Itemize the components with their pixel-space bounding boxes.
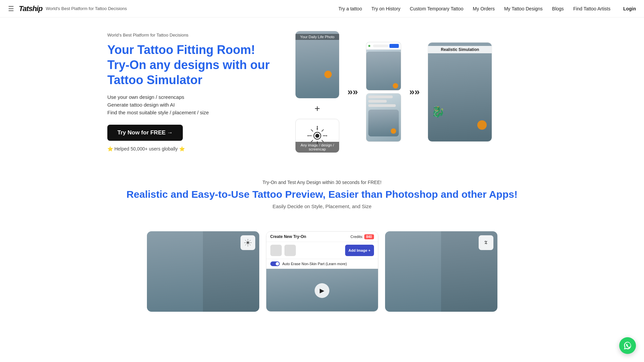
arrow-icon-2: »» bbox=[409, 86, 420, 97]
credits-label: Credits: 840 bbox=[351, 235, 374, 239]
logo-text: Tatship bbox=[19, 4, 42, 13]
toggle-label: Auto Erase Non-Skin Part (Learn more) bbox=[282, 262, 347, 266]
nav-try-a-tattoo[interactable]: Try a tattoo bbox=[338, 6, 362, 11]
nav-my-tattoo-designs[interactable]: My Tattoo Designs bbox=[504, 6, 543, 11]
preview-before-3 bbox=[385, 231, 441, 312]
hero-result-card: 🐉 Realistic Simulation bbox=[428, 42, 492, 142]
preview-main-image: ▶ bbox=[266, 269, 378, 312]
preview-toggle-row: Auto Erase Non-Skin Part (Learn more) bbox=[266, 259, 378, 269]
hero-social-proof: ⭐ Helped 50,000+ users globally ⭐ bbox=[107, 146, 275, 152]
create-try-on-label: Create New Try-On bbox=[270, 234, 306, 239]
svg-point-12 bbox=[317, 126, 318, 127]
hero-arrow-2: »» bbox=[408, 86, 421, 97]
hero-photo-card: Your Daily Life Photo bbox=[295, 31, 339, 99]
phone-ui-bar bbox=[366, 42, 401, 50]
preview-ui-top: Create New Try-On Credits: 840 bbox=[266, 232, 378, 242]
hero-bullets: Use your own design / screencaps Generat… bbox=[107, 94, 275, 115]
hero-bullet-2: Generate tattoo design with AI bbox=[107, 102, 275, 108]
hero-phone-top bbox=[366, 42, 401, 90]
svg-line-22 bbox=[245, 240, 246, 241]
hero-col-1: Your Daily Life Photo + bbox=[295, 31, 339, 153]
svg-line-8 bbox=[322, 129, 324, 131]
credits-text: Credits: bbox=[351, 235, 363, 239]
nav-try-on-history[interactable]: Try on History bbox=[371, 6, 400, 11]
preview-thumbs: Add Image + bbox=[266, 242, 378, 259]
login-button[interactable]: Login bbox=[623, 6, 636, 11]
svg-line-24 bbox=[250, 240, 251, 241]
hero-title: Your Tattoo Fitting Room! Try-On any des… bbox=[107, 42, 275, 87]
section2: Try-On and Test Any Design within 30 sec… bbox=[0, 163, 644, 231]
preview-icon-3: 𝔗 bbox=[479, 235, 493, 250]
hero-col-3: 🐉 Realistic Simulation bbox=[428, 42, 492, 142]
preview-card-1 bbox=[147, 231, 259, 312]
hero-section: World's Best Platform for Tattoo Decisio… bbox=[87, 17, 557, 163]
phone-person-top bbox=[366, 52, 401, 90]
svg-line-25 bbox=[245, 244, 246, 245]
nav-custom-temporary-tattoo[interactable]: Custom Temporary Tattoo bbox=[410, 6, 464, 11]
preview-row: Create New Try-On Credits: 840 Add Image… bbox=[0, 231, 644, 325]
svg-point-14 bbox=[308, 135, 309, 136]
logo[interactable]: Tatship bbox=[19, 4, 42, 13]
preview-icon-1 bbox=[240, 235, 255, 250]
decorative-dot bbox=[324, 71, 332, 78]
thumb-1 bbox=[270, 245, 282, 256]
hero-bullet-3: Find the most suitable style / placement… bbox=[107, 110, 275, 115]
credits-value: 840 bbox=[364, 234, 374, 239]
play-button[interactable]: ▶ bbox=[315, 283, 329, 298]
section2-desc: Easily Decide on Style, Placement, and S… bbox=[7, 203, 637, 209]
add-image-button[interactable]: Add Image + bbox=[345, 245, 374, 256]
hero-card-photo-label: Your Daily Life Photo bbox=[296, 34, 339, 40]
nav-my-orders[interactable]: My Orders bbox=[473, 6, 495, 11]
arrow-icon-1: »» bbox=[347, 86, 358, 97]
preview-card-2: Create New Try-On Credits: 840 Add Image… bbox=[266, 231, 378, 312]
svg-point-15 bbox=[326, 135, 327, 136]
nav-blogs[interactable]: Blogs bbox=[552, 6, 564, 11]
navbar: ☰ Tatship World's Best Platform for Tatt… bbox=[0, 0, 644, 17]
preview-card-3: 𝔗 bbox=[385, 231, 497, 312]
hero-col-2 bbox=[366, 42, 401, 142]
hero-arrow-1: »» bbox=[346, 86, 359, 97]
toggle-knob bbox=[276, 262, 279, 265]
nav-tagline: World's Best Platform for Tattoo Decisio… bbox=[46, 6, 127, 11]
nav-links: Try a tattoo Try on History Custom Tempo… bbox=[338, 6, 636, 11]
svg-line-6 bbox=[311, 129, 313, 131]
section2-title: Realistic and Easy-to-Use Tattoo Preview… bbox=[7, 188, 637, 201]
try-now-cta-button[interactable]: Try Now for FREE → bbox=[107, 125, 183, 141]
hero-left: World's Best Platform for Tattoo Decisio… bbox=[107, 33, 275, 152]
section2-sub: Try-On and Test Any Design within 30 sec… bbox=[7, 180, 637, 185]
svg-point-17 bbox=[247, 242, 249, 244]
hero-design-card: Any image / design / screencap bbox=[295, 119, 339, 153]
hero-subtitle: World's Best Platform for Tattoo Decisio… bbox=[107, 33, 275, 38]
hamburger-icon[interactable]: ☰ bbox=[8, 5, 14, 13]
hero-person-photo bbox=[296, 31, 339, 98]
svg-point-1 bbox=[315, 134, 319, 138]
phone-dot bbox=[368, 45, 370, 47]
thumb-2 bbox=[284, 245, 296, 256]
preview-before-1 bbox=[147, 231, 203, 312]
hero-card-design-label: Any image / design / screencap bbox=[296, 142, 339, 153]
svg-line-23 bbox=[250, 244, 251, 245]
hero-bullet-1: Use your own design / screencaps bbox=[107, 94, 275, 100]
preview-sun-icon bbox=[243, 238, 253, 247]
plus-icon: + bbox=[315, 103, 320, 114]
hero-right: Your Daily Life Photo + bbox=[295, 31, 537, 153]
hero-phone-bottom bbox=[366, 93, 401, 142]
result-label-overlay: Realistic Simulation bbox=[428, 46, 492, 53]
toggle-track[interactable] bbox=[270, 261, 280, 266]
hero-result-image: 🐉 Realistic Simulation bbox=[428, 43, 492, 141]
nav-find-tattoo-artists[interactable]: Find Tattoo Artists bbox=[573, 6, 610, 11]
